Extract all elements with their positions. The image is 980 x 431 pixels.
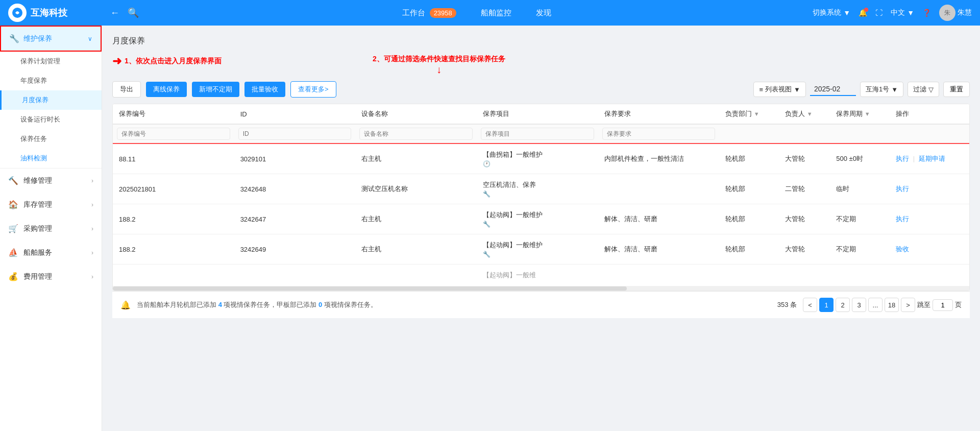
action-accept-4[interactable]: 验收: [896, 245, 909, 253]
cell-requirement-1: 内部机件检查，一般性清洁: [598, 143, 720, 174]
chevron-right-icon-ship: ›: [91, 249, 93, 256]
th-person: 负责人 ▼: [779, 104, 830, 124]
table-row-partial: 【起动阀】一般维: [113, 265, 969, 286]
search-icon[interactable]: 🔍: [126, 7, 141, 18]
help-btn[interactable]: ❓: [922, 9, 931, 17]
nav-workbench[interactable]: 工作台 23958: [398, 8, 460, 18]
action-execute-3[interactable]: 执行: [896, 215, 909, 223]
cell-dept-1: 轮机部: [719, 143, 779, 174]
cell-id-1: 3029101: [234, 143, 356, 174]
more-button[interactable]: 查看更多>: [290, 81, 336, 98]
sidebar-item-purchase-management[interactable]: 🛒 采购管理 ›: [0, 217, 102, 241]
page-title: 月度保养: [112, 36, 970, 46]
page-last-btn[interactable]: 18: [885, 298, 899, 312]
sidebar-item-maintenance-task[interactable]: 保养任务: [0, 129, 102, 149]
page-2-btn[interactable]: 2: [836, 298, 850, 312]
search-id[interactable]: [238, 128, 352, 140]
logo-icon: [8, 4, 27, 22]
chevron-right-icon-purchase: ›: [91, 225, 93, 232]
sidebar-item-plan-management[interactable]: 保养计划管理: [0, 52, 102, 71]
repair-icon: 🔨: [8, 176, 18, 185]
project-icon-4: 🔧: [483, 251, 592, 258]
reset-button[interactable]: 重置: [943, 82, 970, 97]
sidebar-item-inventory-management[interactable]: 🏠 库存管理 ›: [0, 193, 102, 217]
export-button[interactable]: 导出: [112, 81, 141, 98]
offline-maintenance-button[interactable]: 离线保养: [146, 82, 187, 97]
view-mode-select[interactable]: ≡ 列表视图 ▼: [753, 82, 805, 97]
search-maintenance-code[interactable]: [117, 128, 230, 140]
chevron-right-icon-repair: ›: [91, 177, 93, 184]
cell-maintenance-code-1: 88.11: [113, 143, 234, 174]
back-icon[interactable]: ←: [108, 8, 121, 18]
toolbar: 导出 离线保养 新增不定期 批量验收 查看更多> ≡ 列表视图 ▼ 互海1号 ▼…: [112, 81, 970, 98]
switch-system-btn[interactable]: 切换系统 ▼: [813, 8, 850, 17]
cell-requirement-4: 解体、清洁、研磨: [598, 234, 720, 265]
horizontal-scrollbar[interactable]: [113, 286, 969, 291]
person-filter-icon[interactable]: ▼: [807, 111, 813, 117]
cycle-filter-icon[interactable]: ▼: [865, 111, 870, 117]
top-navigation: 互海科技 ← 🔍 工作台 23958 船舶监控 发现 切换系统 ▼ 🔔 ⛶ 中文…: [0, 0, 980, 26]
sidebar-item-device-runtime[interactable]: 设备运行时长: [0, 110, 102, 129]
page-3-btn[interactable]: 3: [852, 298, 866, 312]
dept-filter-icon[interactable]: ▼: [754, 111, 760, 117]
th-cycle: 保养周期 ▼: [830, 104, 890, 124]
chevron-right-icon-expense: ›: [91, 273, 93, 280]
logo-area[interactable]: 互海科技: [8, 4, 100, 22]
cell-action-1: 执行 | 延期申请: [890, 143, 969, 174]
prev-page-btn[interactable]: <: [803, 298, 817, 312]
ship-icon: ⛵: [8, 248, 18, 257]
scrollbar-thumb[interactable]: [113, 286, 627, 291]
total-count: 353 条: [777, 300, 797, 309]
info-num1: 4: [218, 301, 222, 308]
action-delay-1[interactable]: 延期申请: [919, 155, 945, 162]
nav-discover[interactable]: 发现: [532, 8, 555, 18]
cell-action-4: 验收: [890, 234, 969, 265]
sidebar-item-expense-management[interactable]: 💰 费用管理 ›: [0, 265, 102, 289]
sidebar-item-oil-inspection[interactable]: 油料检测: [0, 149, 102, 168]
table-search-row: [113, 124, 969, 143]
sidebar-maintenance-section: 🔧 维护保养 ∨ 保养计划管理 年度保养 月度保养 设备运行时长 保养任务 油料…: [0, 26, 102, 169]
arrow-down-icon: ↓: [373, 64, 505, 76]
ship-select[interactable]: 互海1号 ▼: [860, 82, 903, 97]
language-btn[interactable]: 中文 ▼: [891, 8, 914, 17]
table-row: 88.11 3029101 右主机 【曲拐箱】一般维护 🕐 内部机件检查，一般性…: [113, 143, 969, 174]
th-action: 操作: [890, 104, 969, 124]
filter-icon: ▽: [928, 86, 934, 93]
page-jump: 跳至 页: [917, 299, 962, 311]
bottom-bar: 🔔 当前船舶本月轮机部已添加 4 项视情保养任务，甲板部已添加 0 项视情保养任…: [112, 291, 970, 318]
batch-accept-button[interactable]: 批量验收: [244, 82, 285, 97]
user-profile[interactable]: 朱 朱慧: [939, 5, 972, 21]
action-execute-1[interactable]: 执行: [896, 155, 909, 162]
page-jump-input[interactable]: [933, 299, 953, 311]
chevron-down-icon: ∨: [88, 35, 92, 42]
th-requirement: 保养要求: [598, 104, 720, 124]
th-project: 保养项目: [477, 104, 598, 124]
next-page-btn[interactable]: >: [901, 298, 915, 312]
cell-cycle-1: 500 ±0时: [830, 143, 890, 174]
search-project[interactable]: [481, 128, 594, 140]
sidebar-item-monthly-maintenance[interactable]: 月度保养: [0, 90, 102, 110]
notification-bell[interactable]: 🔔: [859, 9, 867, 17]
th-maintenance-code: 保养编号: [113, 104, 234, 124]
pagination: 353 条 < 1 2 3 ... 18 > 跳至 页: [777, 298, 962, 312]
sidebar-item-ship-service[interactable]: ⛵ 船舶服务 ›: [0, 241, 102, 265]
sidebar-item-repair-management[interactable]: 🔨 维修管理 ›: [0, 169, 102, 193]
cell-device-3: 右主机: [355, 204, 477, 234]
cell-maintenance-code-4: 188.2: [113, 234, 234, 265]
add-irregular-button[interactable]: 新增不定期: [192, 82, 239, 97]
sidebar-maintenance-parent[interactable]: 🔧 维护保养 ∨: [0, 26, 102, 52]
date-input[interactable]: [810, 83, 856, 96]
sidebar-item-annual-maintenance[interactable]: 年度保养: [0, 71, 102, 90]
page-1-btn[interactable]: 1: [819, 298, 834, 312]
fullscreen-btn[interactable]: ⛶: [875, 9, 883, 17]
nav-ship-monitor[interactable]: 船舶监控: [477, 8, 516, 18]
cell-cycle-4: 不定期: [830, 234, 890, 265]
inventory-icon: 🏠: [8, 200, 18, 209]
filter-button[interactable]: 过滤 ▽: [908, 82, 939, 97]
search-requirement[interactable]: [602, 128, 716, 140]
cell-person-1: 大管轮: [779, 143, 830, 174]
action-execute-2[interactable]: 执行: [896, 185, 909, 193]
toolbar-right: ≡ 列表视图 ▼ 互海1号 ▼ 过滤 ▽ 重置: [753, 82, 970, 97]
search-device-name[interactable]: [359, 128, 473, 140]
main-content: 月度保养 ➜ 1、依次点击进入月度保养界面 2、可通过筛选条件快速查找目标保养任…: [102, 26, 980, 431]
